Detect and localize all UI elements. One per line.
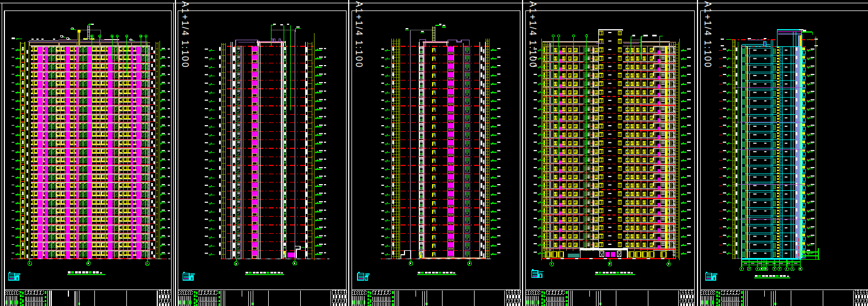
svg-text:A1+1/4 1:100: A1+1/4 1:100 bbox=[180, 1, 190, 68]
svg-text:A1+1/4 1:100: A1+1/4 1:100 bbox=[703, 1, 712, 68]
svg-text:A1+1/4 1:100: A1+1/4 1:100 bbox=[354, 1, 364, 68]
